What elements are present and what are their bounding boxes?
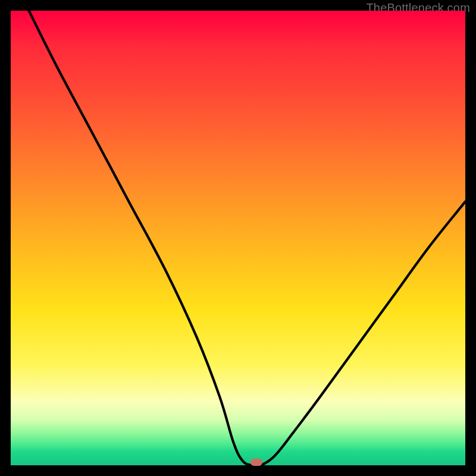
bottleneck-curve	[11, 11, 465, 465]
curve-path	[29, 11, 465, 466]
chart-frame: TheBottleneck.com	[0, 0, 476, 476]
plot-area	[11, 11, 465, 465]
optimal-point-marker	[250, 459, 262, 466]
